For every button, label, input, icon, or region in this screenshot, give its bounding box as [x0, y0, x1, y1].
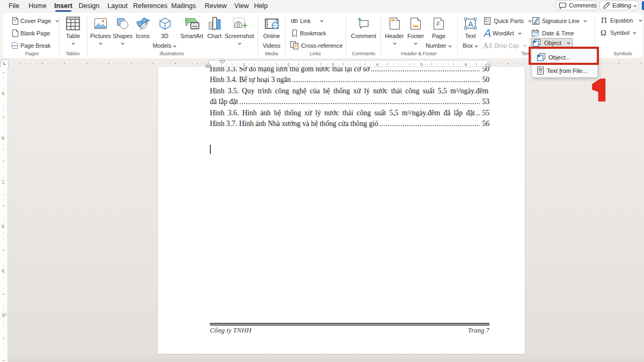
- svg-text:A: A: [483, 42, 489, 50]
- svg-text:Ω: Ω: [601, 29, 606, 36]
- svg-text:#: #: [436, 20, 440, 27]
- svg-text:A: A: [468, 20, 473, 28]
- svg-text:Π: Π: [601, 17, 607, 24]
